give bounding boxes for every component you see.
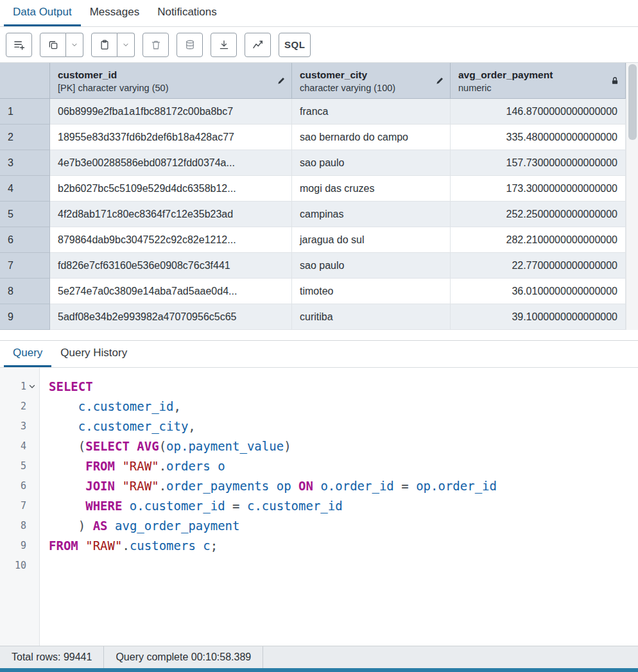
copy-options-button[interactable] <box>66 33 83 57</box>
cell-avg-order-payment[interactable]: 39.1000000000000000 <box>451 304 626 330</box>
row-number-cell[interactable]: 4 <box>0 176 50 202</box>
row-number-cell[interactable]: 2 <box>0 125 50 150</box>
cell-customer-id[interactable]: 06b8999e2fba1a1fbc88172c00ba8bc7 <box>50 99 292 125</box>
cell-customer-id[interactable]: 4e7b3e00288586ebd08712fdd0374a... <box>50 150 292 176</box>
column-header-avg-order-payment[interactable]: avg_order_payment numeric <box>451 63 626 99</box>
tab-notifications[interactable]: Notifications <box>148 0 226 26</box>
editor-code[interactable]: SELECT c.customer_id, c.customer_city, (… <box>40 368 638 646</box>
cell-customer-city[interactable]: campinas <box>292 202 451 227</box>
cell-customer-id[interactable]: 5adf08e34b2e993982a47070956c5c65 <box>50 304 292 330</box>
code-line[interactable]: SELECT <box>49 376 638 396</box>
tab-data-output[interactable]: Data Output <box>4 0 81 26</box>
cell-customer-city[interactable]: sao paulo <box>292 253 451 279</box>
data-output-toolbar: SQL <box>0 27 638 63</box>
status-bar: Total rows: 99441 Query complete 00:10:5… <box>0 646 638 668</box>
code-line[interactable] <box>49 555 638 575</box>
paste-button[interactable] <box>91 33 117 57</box>
copy-icon <box>47 39 59 51</box>
panel-divider <box>0 330 638 340</box>
row-number-cell[interactable]: 9 <box>0 304 50 330</box>
row-number-cell[interactable]: 3 <box>0 150 50 176</box>
add-row-button[interactable] <box>6 33 32 57</box>
code-line[interactable]: JOIN "RAW".order_payments op ON o.order_… <box>49 476 638 495</box>
row-number-cell[interactable]: 8 <box>0 279 50 304</box>
sql-editor[interactable]: 12345678910 SELECT c.customer_id, c.cust… <box>0 368 638 646</box>
cell-avg-order-payment[interactable]: 173.3000000000000000 <box>451 176 626 202</box>
cell-customer-id[interactable]: 5e274e7a0c3809e14aba7ad5aae0d4... <box>50 279 292 304</box>
column-name: customer_city <box>300 69 431 81</box>
code-line[interactable]: WHERE o.customer_id = c.customer_id <box>49 495 638 515</box>
cell-avg-order-payment[interactable]: 335.4800000000000000 <box>451 125 626 150</box>
list-plus-icon <box>13 39 26 51</box>
tab-query[interactable]: Query <box>4 341 51 367</box>
graph-visualiser-button[interactable] <box>245 33 271 57</box>
clipboard-icon <box>99 39 110 51</box>
row-number-cell[interactable]: 6 <box>0 227 50 253</box>
code-line[interactable]: c.customer_city, <box>49 416 638 436</box>
code-line[interactable]: ) AS avg_order_payment <box>49 515 638 535</box>
delete-group <box>142 33 169 57</box>
cell-avg-order-payment[interactable]: 22.7700000000000000 <box>451 253 626 279</box>
cell-customer-id[interactable]: 4f2d8ab171c80ec8364f7c12e35b23ad <box>50 202 292 227</box>
pgadmin-query-tool: Data Output Messages Notifications <box>0 0 638 672</box>
save-data-button[interactable] <box>177 33 203 57</box>
column-header-customer-city[interactable]: customer_city character varying (100) <box>292 63 451 99</box>
copy-group <box>40 33 83 57</box>
cell-avg-order-payment[interactable]: 282.2100000000000000 <box>451 227 626 253</box>
cell-customer-city[interactable]: mogi das cruzes <box>292 176 451 202</box>
cell-avg-order-payment[interactable]: 36.0100000000000000 <box>451 279 626 304</box>
cell-customer-city[interactable]: sao bernardo do campo <box>292 125 451 150</box>
line-number: 10 <box>10 560 26 571</box>
table-row: 7fd826e7cf63160e536e0908c76c3f441sao pau… <box>0 253 638 279</box>
select-all-corner[interactable] <box>0 63 50 99</box>
cell-customer-city[interactable]: franca <box>292 99 451 125</box>
row-number-cell[interactable]: 1 <box>0 99 50 125</box>
result-panel-tabs: Data Output Messages Notifications <box>0 0 638 27</box>
line-number: 3 <box>10 420 26 432</box>
column-type: [PK] character varying (50) <box>58 83 272 93</box>
scrollbar-thumb[interactable] <box>628 64 637 140</box>
chevron-down-icon <box>122 41 130 49</box>
cell-customer-city[interactable]: curitiba <box>292 304 451 330</box>
cell-customer-city[interactable]: jaragua do sul <box>292 227 451 253</box>
query-complete-status: Query complete 00:10:58.389 <box>104 646 263 668</box>
cell-customer-id[interactable]: 18955e83d337fd6b2def6b18a428ac77 <box>50 125 292 150</box>
row-number-cell[interactable]: 5 <box>0 202 50 227</box>
table-row: 218955e83d337fd6b2def6b18a428ac77sao ber… <box>0 125 638 150</box>
cell-avg-order-payment[interactable]: 157.7300000000000000 <box>451 150 626 176</box>
editor-gutter: 12345678910 <box>0 368 40 646</box>
download-group <box>211 33 237 57</box>
code-line[interactable]: (SELECT AVG(op.payment_value) <box>49 436 638 456</box>
cell-customer-city[interactable]: timoteo <box>292 279 451 304</box>
table-row: 85e274e7a0c3809e14aba7ad5aae0d4...timote… <box>0 279 638 304</box>
line-number: 1 <box>10 381 26 392</box>
code-line[interactable]: c.customer_id, <box>49 396 638 416</box>
tab-messages[interactable]: Messages <box>81 0 148 26</box>
paste-options-button[interactable] <box>117 33 135 57</box>
code-line[interactable]: FROM "RAW".customers c; <box>49 535 638 555</box>
download-button[interactable] <box>211 33 237 57</box>
vertical-scrollbar[interactable] <box>626 63 638 330</box>
column-name: avg_order_payment <box>458 69 606 81</box>
cell-customer-id[interactable]: b2b6027bc5c5109e529d4dc6358b12... <box>50 176 292 202</box>
line-chart-icon <box>252 39 264 51</box>
query-panel-tabs: Query Query History <box>0 340 638 368</box>
sql-macros-button[interactable]: SQL <box>279 33 311 57</box>
cell-avg-order-payment[interactable]: 146.8700000000000000 <box>451 99 626 125</box>
table-row: 34e7b3e00288586ebd08712fdd0374a...sao pa… <box>0 150 638 176</box>
tab-query-history[interactable]: Query History <box>51 341 136 367</box>
code-line[interactable]: FROM "RAW".orders o <box>49 456 638 476</box>
code-fold-chevron-icon[interactable] <box>26 383 38 390</box>
cell-customer-city[interactable]: sao paulo <box>292 150 451 176</box>
cell-customer-id[interactable]: 879864dab9bc3047522c92c82e1212... <box>50 227 292 253</box>
column-type: character varying (100) <box>300 83 431 93</box>
cell-avg-order-payment[interactable]: 252.2500000000000000 <box>451 202 626 227</box>
row-number-cell[interactable]: 7 <box>0 253 50 279</box>
delete-row-button[interactable] <box>142 33 169 57</box>
copy-button[interactable] <box>40 33 66 57</box>
line-number: 6 <box>10 480 26 492</box>
column-name: customer_id <box>58 69 272 81</box>
column-header-customer-id[interactable]: customer_id [PK] character varying (50) <box>50 63 292 99</box>
cell-customer-id[interactable]: fd826e7cf63160e536e0908c76c3f441 <box>50 253 292 279</box>
chevron-down-icon <box>71 41 78 49</box>
